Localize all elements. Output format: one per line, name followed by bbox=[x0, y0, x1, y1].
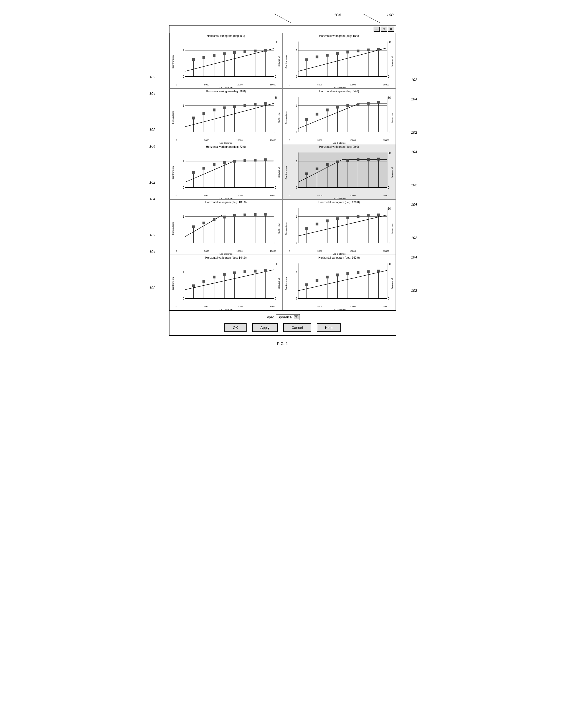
annot-102-4: 102 bbox=[150, 233, 156, 237]
svg-rect-41 bbox=[346, 51, 349, 54]
svg-text:0: 0 bbox=[183, 297, 184, 300]
svg-rect-186 bbox=[305, 227, 308, 230]
svg-text:1: 1 bbox=[183, 215, 184, 218]
svg-text:500: 500 bbox=[388, 207, 391, 210]
chart-2-title: Horizontal variogram (deg: 36.0) bbox=[171, 90, 281, 93]
close-button[interactable]: ✕ bbox=[388, 27, 394, 32]
svg-line-0 bbox=[274, 14, 291, 23]
svg-rect-98 bbox=[377, 101, 380, 104]
arrow-lines bbox=[169, 11, 396, 25]
chart-4-title: Horizontal variogram (deg: 72.0) bbox=[171, 145, 281, 148]
chart-1-ylabel-right: (# of Pairs) bbox=[391, 38, 394, 86]
chart-3-ylabel-right: (# of Pairs) bbox=[391, 93, 394, 141]
chart-9-ylabel-left: Semivariogra bbox=[284, 260, 288, 308]
maximize-button[interactable]: □ bbox=[381, 27, 387, 32]
svg-rect-128 bbox=[298, 153, 387, 187]
svg-rect-118 bbox=[233, 160, 236, 163]
svg-rect-248 bbox=[367, 270, 369, 273]
svg-rect-114 bbox=[212, 163, 215, 166]
svg-rect-47 bbox=[377, 48, 380, 50]
svg-rect-223 bbox=[254, 270, 256, 272]
svg-text:1: 1 bbox=[183, 49, 184, 52]
svg-rect-122 bbox=[254, 159, 256, 161]
svg-text:1: 1 bbox=[296, 49, 298, 52]
svg-rect-43 bbox=[356, 50, 359, 52]
svg-rect-221 bbox=[243, 270, 246, 273]
annot-102-r4: 102 bbox=[411, 236, 417, 240]
chart-1: Horizontal variogram (deg: 18.0) Semivar… bbox=[283, 33, 396, 88]
svg-rect-39 bbox=[336, 52, 339, 55]
chart-5-ylabel-right: (# of Pairs) bbox=[391, 149, 394, 197]
svg-rect-33 bbox=[305, 58, 308, 61]
chart-0-ylabel-right: (# of Pairs) bbox=[277, 38, 281, 86]
svg-rect-92 bbox=[346, 104, 349, 107]
svg-rect-144 bbox=[346, 159, 349, 162]
svg-rect-96 bbox=[367, 102, 369, 105]
svg-rect-244 bbox=[346, 272, 349, 275]
svg-rect-58 bbox=[192, 116, 195, 119]
annot-102-3: 102 bbox=[150, 180, 156, 184]
svg-rect-60 bbox=[202, 112, 205, 115]
type-value: Spherical bbox=[277, 315, 292, 319]
chart-3-title: Horizontal variogram (deg: 54.0) bbox=[284, 90, 394, 93]
svg-text:0: 0 bbox=[388, 297, 389, 300]
ok-button[interactable]: OK bbox=[224, 323, 247, 332]
chart-8-ylabel-left: Semivariogra bbox=[171, 260, 175, 308]
svg-text:1: 1 bbox=[183, 160, 184, 163]
chart-7: Horizontal variogram (deg: 126.0) Semiva… bbox=[283, 199, 396, 255]
type-select[interactable]: Spherical ▼ bbox=[276, 314, 300, 320]
chart-0-title: Horizontal variogram (deg: 0.0) bbox=[171, 34, 281, 37]
type-label: Type: bbox=[265, 315, 274, 319]
svg-rect-62 bbox=[212, 108, 215, 111]
svg-line-81 bbox=[298, 103, 360, 128]
annot-102-5: 102 bbox=[150, 286, 156, 290]
svg-text:0: 0 bbox=[388, 242, 389, 245]
svg-text:0: 0 bbox=[388, 75, 389, 78]
svg-line-31 bbox=[298, 48, 387, 71]
svg-text:0: 0 bbox=[296, 242, 298, 245]
chart-5-title: Horizontal variogram (deg: 90.0) bbox=[284, 145, 394, 148]
apply-button[interactable]: Apply bbox=[252, 323, 278, 332]
bottom-controls: Type: Spherical ▼ OK Apply Cancel Help bbox=[169, 311, 396, 335]
annot-104-2: 104 bbox=[150, 144, 156, 148]
buttons-row: OK Apply Cancel Help bbox=[224, 323, 341, 332]
svg-text:0: 0 bbox=[296, 75, 298, 78]
annot-102-r2: 102 bbox=[411, 130, 417, 135]
svg-rect-66 bbox=[233, 105, 236, 108]
annot-104-r1: 104 bbox=[411, 97, 417, 101]
chart-9-ylabel-right: (# of Pairs) bbox=[391, 260, 394, 308]
svg-text:0: 0 bbox=[296, 297, 298, 300]
svg-rect-146 bbox=[356, 158, 359, 161]
figure-label: FIG. 1 bbox=[277, 341, 288, 346]
svg-line-56 bbox=[185, 103, 274, 127]
svg-rect-192 bbox=[336, 217, 339, 220]
svg-rect-68 bbox=[243, 104, 246, 107]
svg-line-234 bbox=[298, 270, 387, 291]
annot-102-r5: 102 bbox=[411, 288, 417, 293]
cancel-button[interactable]: Cancel bbox=[283, 323, 311, 332]
minimize-button[interactable]: ─ bbox=[374, 27, 380, 32]
svg-rect-70 bbox=[254, 103, 256, 106]
svg-rect-219 bbox=[233, 272, 236, 274]
svg-rect-18 bbox=[243, 50, 246, 53]
help-button[interactable]: Help bbox=[317, 323, 341, 332]
dropdown-arrow-icon[interactable]: ▼ bbox=[294, 315, 299, 319]
chart-2: Horizontal variogram (deg: 36.0) Semivar… bbox=[169, 88, 283, 144]
annot-104-4: 104 bbox=[150, 250, 156, 254]
svg-rect-240 bbox=[326, 276, 328, 278]
svg-rect-86 bbox=[315, 113, 318, 116]
chart-6-ylabel-left: Semivariogra bbox=[171, 204, 175, 252]
svg-rect-110 bbox=[192, 171, 195, 174]
chart-9: Horizontal variogram (deg: 162.0) Semiva… bbox=[283, 255, 396, 310]
svg-rect-72 bbox=[264, 102, 267, 105]
chart-0: Horizontal variogram (deg: 0.0) Semivari… bbox=[169, 33, 283, 88]
type-row: Type: Spherical ▼ bbox=[265, 314, 300, 320]
svg-text:0: 0 bbox=[275, 242, 276, 245]
chart-6-ylabel-right: (# of Pairs) bbox=[277, 204, 281, 252]
svg-rect-12 bbox=[212, 54, 215, 57]
svg-text:1: 1 bbox=[296, 160, 298, 163]
chart-6: Horizontal variogram (deg: 108.0) Semiva… bbox=[169, 199, 283, 255]
svg-rect-84 bbox=[305, 118, 308, 121]
svg-rect-120 bbox=[243, 159, 246, 162]
chart-7-ylabel-right: (# of Pairs) bbox=[391, 204, 394, 252]
